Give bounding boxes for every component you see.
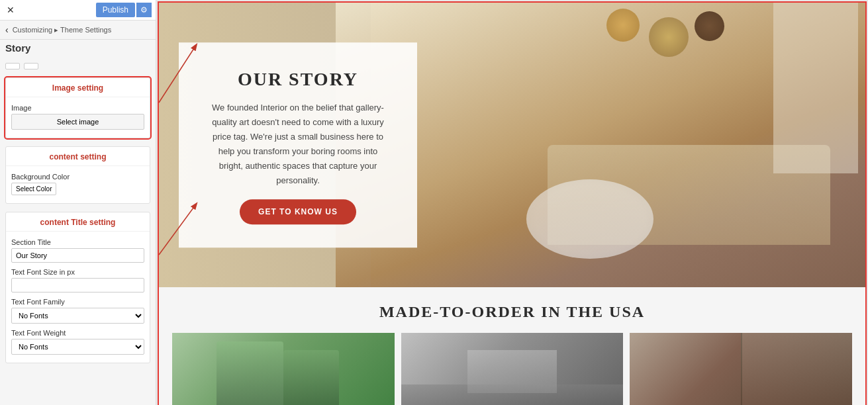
made-item-1 — [172, 333, 395, 405]
publish-button[interactable]: Publish — [96, 3, 135, 17]
font-size-field-group: Text Font Size in px — [6, 265, 150, 295]
content-setting-header: content setting — [6, 147, 150, 166]
made-item-3 — [630, 333, 852, 405]
story-card-title: OUR STORY — [238, 69, 358, 90]
font-weight-select[interactable]: No Fonts — [11, 339, 144, 355]
nav-buttons-row — [0, 59, 156, 73]
left-panel: ✕ Publish ⚙ ‹ Customizing ▸ Theme Settin… — [0, 0, 156, 405]
story-card-description: We founded Interior on the belief that g… — [205, 101, 391, 189]
back-arrow-icon[interactable]: ‹ — [5, 24, 9, 35]
image-setting-header: Image setting — [6, 78, 150, 97]
content-setting-card: content setting Background Color Select … — [5, 146, 150, 204]
font-family-select[interactable]: No Fonts — [11, 308, 144, 324]
story-card: OUR STORY We founded Interior on the bel… — [179, 42, 417, 248]
content-title-setting-card: content Title setting Section Title Text… — [5, 212, 150, 363]
section-title-field-group: Section Title — [6, 236, 150, 265]
color-row: Select Color — [11, 183, 144, 195]
image-setting-card: Image setting Image Select image — [5, 77, 150, 138]
font-family-field-group: Text Font Family No Fonts — [6, 295, 150, 326]
font-size-label: Text Font Size in px — [11, 268, 144, 276]
made-to-order-title: MADE-TO-ORDER IN THE USA — [172, 303, 852, 321]
section-title-label: Section Title — [11, 238, 144, 246]
content-title-setting-header: content Title setting — [6, 212, 150, 232]
nav-btn-2[interactable] — [24, 63, 38, 69]
breadcrumb-path: Customizing ▸ Theme Settings — [13, 26, 111, 34]
hero-section: OUR STORY We founded Interior on the bel… — [159, 3, 865, 287]
section-title-input[interactable] — [11, 248, 144, 263]
top-bar: ✕ Publish ⚙ — [0, 0, 156, 21]
font-family-label: Text Font Family — [11, 298, 144, 306]
made-item-2 — [401, 333, 624, 405]
bg-color-label: Background Color — [11, 173, 144, 181]
close-button[interactable]: ✕ — [4, 3, 17, 17]
select-color-button[interactable]: Select Color — [11, 183, 56, 195]
main-content: OUR STORY We founded Interior on the bel… — [156, 0, 868, 405]
gear-button[interactable]: ⚙ — [136, 3, 152, 17]
breadcrumb: ‹ Customizing ▸ Theme Settings — [0, 21, 156, 40]
nav-btn-1[interactable] — [5, 63, 20, 69]
font-weight-field-group: Text Font Weight No Fonts — [6, 326, 150, 357]
preview-container: OUR STORY We founded Interior on the bel… — [158, 1, 867, 405]
made-to-order-section: MADE-TO-ORDER IN THE USA — [159, 287, 865, 405]
font-size-input[interactable] — [11, 278, 144, 292]
bg-color-field-group: Background Color Select Color — [6, 170, 150, 198]
made-to-order-grid — [172, 333, 852, 405]
font-weight-label: Text Font Weight — [11, 329, 144, 337]
story-cta-button[interactable]: GET TO KNOW US — [240, 199, 356, 224]
page-title: Story — [0, 40, 156, 59]
select-image-button[interactable]: Select image — [11, 114, 144, 130]
image-field-group: Image Select image — [6, 101, 150, 132]
image-label: Image — [11, 104, 144, 112]
